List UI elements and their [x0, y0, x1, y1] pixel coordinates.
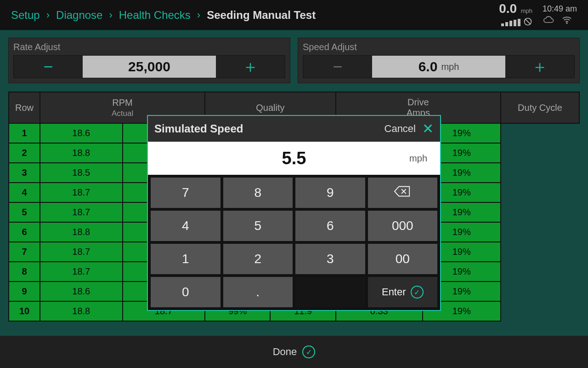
close-icon[interactable]: ✕	[422, 122, 434, 136]
cell: 7	[9, 242, 40, 262]
rate-increase-button[interactable]: ＋	[216, 56, 285, 78]
footer-bar: Done ✓	[0, 336, 588, 368]
chevron-right-icon: ›	[197, 9, 200, 21]
cell: 4	[9, 183, 40, 202]
cell: 18.8	[40, 222, 123, 242]
key-0[interactable]: 0	[151, 277, 220, 307]
cell: 2	[9, 143, 40, 163]
key-9[interactable]: 9	[295, 178, 365, 208]
cloud-icon	[543, 16, 554, 26]
key-5[interactable]: 5	[223, 211, 293, 241]
simulated-speed-modal: Simulated Speed Cancel ✕ 5.5 mph 7 8 9 4…	[147, 115, 441, 311]
speed-adjust-title: Speed Adjust	[303, 42, 575, 52]
th-duty-cycle: Duty Cycle	[501, 92, 579, 123]
key-2[interactable]: 2	[223, 244, 293, 274]
modal-title: Simulated Speed	[154, 122, 243, 135]
key-6[interactable]: 6	[295, 211, 365, 241]
done-button[interactable]: Done ✓	[273, 345, 316, 358]
cell: 5	[9, 202, 40, 222]
crumb-health-checks[interactable]: Health Checks	[119, 9, 191, 22]
cell: 18.8	[40, 301, 123, 321]
modal-input[interactable]: 5.5 mph	[148, 142, 440, 175]
numeric-keypad: 7 8 9 4 5 6 000 1 2 3 00 0 . Enter ✓	[148, 175, 440, 310]
cell: 10	[9, 301, 40, 321]
signal-bars-icon	[501, 19, 520, 26]
th-row: Row	[9, 92, 40, 123]
key-00[interactable]: 00	[368, 244, 438, 274]
cell: 18.7	[40, 183, 123, 202]
cell: 18.7	[40, 242, 123, 262]
key-000[interactable]: 000	[368, 211, 438, 241]
modal-input-value: 5.5	[282, 149, 306, 168]
rate-value[interactable]: 25,000	[83, 56, 216, 78]
speed-adjust-panel: Speed Adjust − 6.0mph ＋	[298, 38, 580, 83]
satellite-icon	[523, 17, 532, 28]
speed-decrease-button[interactable]: −	[303, 56, 372, 78]
key-4[interactable]: 4	[151, 211, 220, 241]
key-dot[interactable]: .	[223, 277, 293, 307]
backspace-icon	[394, 185, 411, 201]
breadcrumb: Setup › Diagnose › Health Checks › Seedi…	[11, 9, 316, 22]
cell: 6	[9, 222, 40, 242]
status-speed: 0.0 mph	[499, 2, 532, 28]
key-8[interactable]: 8	[223, 178, 293, 208]
modal-cancel-button[interactable]: Cancel	[384, 123, 416, 135]
rate-decrease-button[interactable]: −	[14, 56, 83, 78]
status-bar: Setup › Diagnose › Health Checks › Seedi…	[0, 0, 588, 30]
svg-point-1	[566, 23, 567, 23]
rate-adjust-title: Rate Adjust	[13, 42, 285, 52]
modal-input-unit: mph	[409, 153, 427, 164]
cell: 3	[9, 163, 40, 183]
cell: 1	[9, 123, 40, 143]
status-speed-unit: mph	[521, 7, 532, 14]
crumb-setup[interactable]: Setup	[11, 9, 40, 22]
wifi-icon	[562, 16, 572, 26]
status-clock: 10:49 am	[543, 4, 577, 14]
status-speed-value: 0.0	[499, 1, 517, 16]
key-1[interactable]: 1	[151, 244, 220, 274]
key-backspace[interactable]	[368, 178, 438, 208]
cell: 18.6	[40, 282, 123, 301]
cell: 18.7	[40, 202, 123, 222]
check-circle-icon: ✓	[302, 345, 315, 358]
key-7[interactable]: 7	[151, 178, 220, 208]
speed-value[interactable]: 6.0mph	[372, 56, 505, 78]
cell: 9	[9, 282, 40, 301]
chevron-right-icon: ›	[109, 9, 112, 21]
check-circle-icon: ✓	[411, 286, 424, 299]
key-blank	[295, 277, 365, 307]
crumb-diagnose[interactable]: Diagnose	[56, 9, 102, 22]
cell: 8	[9, 262, 40, 282]
cell: 18.7	[40, 262, 123, 282]
chevron-right-icon: ›	[46, 9, 50, 21]
key-enter[interactable]: Enter ✓	[368, 277, 438, 307]
crumb-current: Seeding Manual Test	[207, 9, 316, 22]
rate-adjust-panel: Rate Adjust − 25,000 ＋	[8, 38, 290, 83]
key-3[interactable]: 3	[295, 244, 365, 274]
cell: 18.5	[40, 163, 123, 183]
cell: 18.8	[40, 143, 123, 163]
speed-increase-button[interactable]: ＋	[505, 56, 574, 78]
cell: 18.6	[40, 123, 123, 143]
